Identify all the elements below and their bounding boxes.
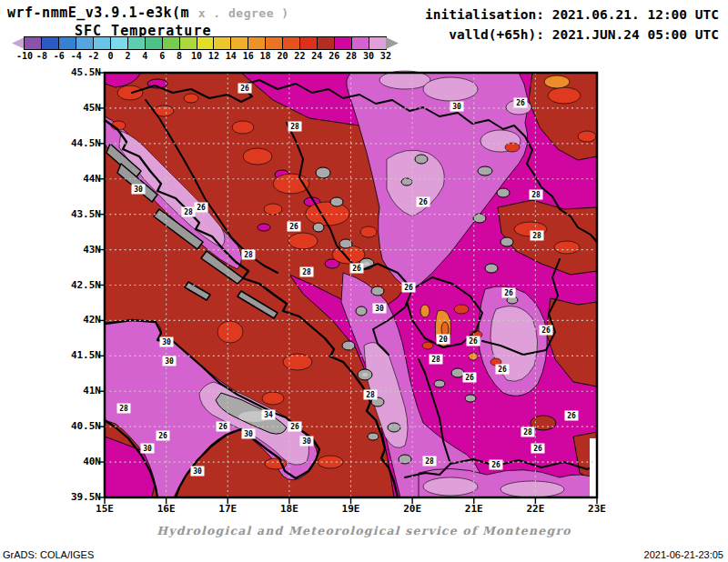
colorbar-segment [335, 37, 352, 49]
contour-label: 20 [437, 335, 450, 345]
svg-text:28: 28 [119, 405, 128, 413]
lon-label: 17E [218, 503, 237, 515]
svg-text:30: 30 [244, 430, 253, 438]
colorbar-tick: 14 [226, 51, 237, 61]
svg-text:26: 26 [419, 198, 428, 206]
colorbar-segment [76, 37, 94, 49]
contour-label: 26 [531, 444, 545, 454]
svg-text:26: 26 [240, 85, 249, 93]
colorbar-segment [146, 37, 163, 49]
colorbar-tick: 28 [346, 51, 357, 61]
model-title: wrf-nmmE_v3.9.1-e3k(m x . degree ) [7, 5, 289, 21]
colorbar-tick: -10 [16, 51, 33, 61]
svg-text:26: 26 [567, 412, 576, 420]
lat-label: 43N [46, 244, 101, 256]
svg-text:26: 26 [289, 223, 298, 231]
contour-label: 26 [217, 422, 230, 432]
colorbar-tick: 22 [294, 51, 305, 61]
contour-label: 26 [490, 460, 503, 470]
colorbar-segment [197, 37, 215, 49]
svg-text:30: 30 [143, 445, 152, 453]
contour-label: 26 [417, 197, 430, 207]
contour-label: 26 [288, 422, 302, 432]
svg-text:26: 26 [404, 284, 413, 292]
colorbar-segment [94, 37, 111, 49]
lon-label: 22E [526, 503, 544, 515]
svg-text:34: 34 [264, 411, 273, 419]
run-info: initialisation: 2021.06.21. 12:00 UTC va… [425, 5, 719, 45]
lat-label: 40N [46, 456, 101, 467]
svg-text:30: 30 [375, 305, 384, 313]
model-title-units: x . degree ) [198, 6, 289, 20]
lat-label: 42.5N [46, 279, 101, 291]
svg-text:30: 30 [193, 467, 202, 476]
colorbar-tick: 30 [363, 51, 374, 61]
contour-label: 28 [364, 390, 378, 400]
colorbar-tick: -6 [54, 51, 65, 61]
contour-label: 26 [157, 431, 170, 441]
colorbar-segment [128, 37, 146, 49]
lat-label: 39.5N [46, 491, 101, 503]
colorbar-tick: 4 [142, 51, 147, 61]
svg-text:28: 28 [244, 251, 253, 259]
lat-label: 41N [46, 385, 101, 396]
colorbar-segment [231, 37, 248, 49]
colorbar-tick: 24 [311, 51, 322, 61]
colorbar-segment [300, 37, 318, 49]
lat-label: 44.5N [46, 137, 101, 149]
contour-label: 26 [288, 222, 301, 232]
svg-text:26: 26 [541, 326, 551, 335]
svg-text:26: 26 [469, 337, 478, 346]
colorbar-tick: 20 [277, 51, 288, 61]
lat-label: 42N [46, 314, 101, 326]
contour-label: 28 [117, 404, 131, 414]
contour-label: 26 [514, 98, 528, 108]
svg-text:26: 26 [533, 445, 542, 453]
svg-text:28: 28 [184, 208, 193, 216]
colorbar-arrow-right [386, 37, 399, 49]
initialisation-line: initialisation: 2021.06.21. 12:00 UTC [425, 5, 719, 25]
contour-label: 26 [540, 326, 553, 336]
contour-label: 28 [182, 207, 196, 217]
colorbar-segment [25, 37, 42, 49]
svg-text:26: 26 [352, 265, 361, 273]
colorbar-segment [214, 37, 231, 49]
contour-label: 30 [132, 185, 146, 195]
lon-label: 16E [157, 503, 176, 515]
contour-label: 28 [521, 427, 535, 437]
grads-weather-plot: { "header": { "model_title": "wrf-nmmE_v… [0, 0, 728, 562]
colorbar-tick: 18 [260, 51, 271, 61]
svg-text:30: 30 [134, 186, 143, 194]
colorbar [25, 37, 386, 49]
svg-text:20: 20 [439, 336, 448, 344]
colorbar-tick: 0 [107, 51, 113, 61]
contour-label: 28 [423, 457, 437, 467]
svg-text:26: 26 [158, 432, 167, 440]
lat-label: 45N [46, 102, 101, 114]
model-title-main: wrf-nmmE_v3.9.1-e3k(m [7, 5, 189, 21]
colorbar-segment [352, 37, 369, 49]
colorbar-tick: 32 [380, 51, 391, 61]
svg-text:26: 26 [504, 289, 513, 297]
svg-text:26: 26 [491, 461, 500, 469]
colorbar-segment [42, 37, 59, 49]
svg-text:28: 28 [290, 123, 299, 131]
contour-label: 26 [565, 411, 579, 421]
colorbar-arrow-left [12, 37, 25, 49]
contour-label: 30 [300, 437, 314, 447]
svg-text:28: 28 [523, 428, 532, 437]
colorbar-tick: 26 [329, 51, 339, 61]
contour-label: 26 [238, 84, 252, 94]
svg-text:26: 26 [197, 204, 206, 212]
svg-text:26: 26 [465, 374, 474, 382]
svg-text:26: 26 [218, 423, 228, 431]
svg-text:30: 30 [302, 437, 311, 446]
svg-text:30: 30 [452, 103, 461, 111]
contour-label: 30 [242, 429, 256, 439]
lat-label: 45.5N [46, 66, 101, 78]
contour-label: 26 [402, 283, 416, 293]
contour-label: 30 [191, 467, 205, 477]
contour-label: 26 [463, 373, 477, 383]
lon-label: 18E [280, 503, 298, 515]
colorbar-tick: 16 [243, 51, 254, 61]
